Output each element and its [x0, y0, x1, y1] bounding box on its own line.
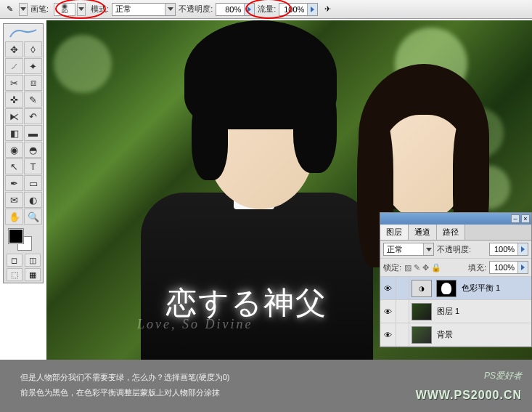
stamp-tool[interactable]: ⧔: [5, 108, 23, 124]
quickmask-toggle[interactable]: ◻: [7, 254, 22, 267]
visibility-icon[interactable]: 👁: [380, 277, 396, 299]
move-tool[interactable]: ✥: [5, 41, 23, 57]
toolbox: ✥◊⟋✦✂⧈✜✎⧔↶◧▬◉◓↖T✒▭✉◐✋🔍 ◻ ◫ ⬚ ▦: [3, 23, 44, 283]
layer-fill-input[interactable]: 100%: [489, 261, 528, 274]
brush-label: 画笔:: [30, 4, 49, 15]
foreground-swatch[interactable]: [9, 229, 23, 243]
wand-tool[interactable]: ✦: [24, 58, 42, 74]
gradient-tool[interactable]: ▬: [24, 125, 42, 141]
brush-picker[interactable]: 80: [52, 2, 88, 17]
jump-to-ib[interactable]: ▦: [25, 268, 41, 281]
layer-name[interactable]: 色彩平衡 1: [459, 283, 531, 294]
lock-label: 锁定:: [383, 262, 401, 273]
lasso-tool[interactable]: ⟋: [5, 58, 23, 74]
color-swatches[interactable]: [5, 227, 41, 252]
heal-tool[interactable]: ✜: [5, 92, 23, 108]
hand-tool[interactable]: ✋: [5, 209, 23, 225]
tab-layers[interactable]: 图层: [380, 225, 409, 240]
type-tool[interactable]: T: [24, 158, 42, 174]
options-bar: ✎ 画笔: 80 模式: 正常 不透明度: 80% 流量: 100% ✈: [0, 0, 532, 19]
lock-move-icon[interactable]: ✥: [422, 263, 429, 272]
jump-to-iw[interactable]: ⬚: [7, 268, 22, 281]
visibility-icon[interactable]: 👁: [380, 300, 396, 323]
layers-panel: – × 图层 通道 路径 正常 不透明度: 100% 锁定: ▨ ✎ ✥ 🔒 填…: [380, 212, 532, 347]
tutorial-caption: 但是人物部分我们不需要变绿，怎么办？选择画笔(硬度为0) 前景色为黑色，在色彩平…: [0, 360, 532, 412]
lock-paint-icon[interactable]: ✎: [414, 263, 420, 272]
opacity-input[interactable]: 80%: [216, 3, 255, 16]
screenmode-toggle[interactable]: ◫: [25, 254, 41, 267]
visibility-icon[interactable]: 👁: [380, 323, 396, 346]
history-tool[interactable]: ↶: [24, 108, 42, 124]
brush-tool[interactable]: ✎: [24, 92, 42, 108]
blend-mode-select[interactable]: 正常: [112, 3, 176, 16]
crop-tool[interactable]: ✂: [5, 75, 23, 91]
flow-input[interactable]: 100%: [279, 3, 318, 16]
layer-name[interactable]: 背景: [434, 329, 531, 340]
slice-tool[interactable]: ⧈: [24, 75, 42, 91]
tab-paths[interactable]: 路径: [437, 225, 465, 240]
fill-label: 填充:: [468, 262, 486, 273]
minimize-icon[interactable]: –: [511, 214, 520, 223]
layer-name[interactable]: 图层 1: [434, 306, 531, 317]
lock-transparency-icon[interactable]: ▨: [404, 263, 412, 272]
tool-preset-icon[interactable]: ✎: [3, 3, 16, 16]
layer-blend-select[interactable]: 正常: [383, 243, 434, 256]
layer-row[interactable]: 👁图层 1: [380, 300, 531, 323]
flow-label: 流量:: [258, 4, 276, 15]
toolbox-header[interactable]: [5, 25, 41, 40]
airbrush-icon[interactable]: ✈: [321, 3, 334, 16]
lock-all-icon[interactable]: 🔒: [431, 263, 441, 272]
mode-label: 模式:: [91, 4, 109, 15]
layer-opacity-input[interactable]: 100%: [489, 243, 528, 256]
pen-tool[interactable]: ✒: [5, 175, 23, 191]
shape-tool[interactable]: ▭: [24, 175, 42, 191]
layer-opacity-label: 不透明度:: [437, 244, 471, 255]
opacity-label: 不透明度:: [179, 4, 213, 15]
blur-tool[interactable]: ◉: [5, 142, 23, 158]
path-tool[interactable]: ↖: [5, 158, 23, 174]
marquee-tool[interactable]: ◊: [24, 41, 42, 57]
title-text: 恋する神父: [166, 283, 327, 323]
zoom-tool[interactable]: 🔍: [24, 209, 42, 225]
layer-row[interactable]: 👁背景: [380, 323, 531, 347]
tool-preset-dropdown[interactable]: [19, 3, 28, 16]
tab-channels[interactable]: 通道: [409, 225, 437, 240]
notes-tool[interactable]: ✉: [5, 192, 23, 208]
eraser-tool[interactable]: ◧: [5, 125, 23, 141]
layer-list: 👁◑色彩平衡 1👁图层 1👁背景: [380, 277, 531, 347]
layer-row[interactable]: 👁◑色彩平衡 1: [380, 277, 531, 300]
watermark: PS爱好者 WWW.PS2000.CN: [416, 368, 522, 406]
panel-titlebar[interactable]: – ×: [380, 213, 531, 225]
close-icon[interactable]: ×: [521, 214, 530, 223]
eyedrop-tool[interactable]: ◐: [24, 192, 42, 208]
dodge-tool[interactable]: ◓: [24, 142, 42, 158]
